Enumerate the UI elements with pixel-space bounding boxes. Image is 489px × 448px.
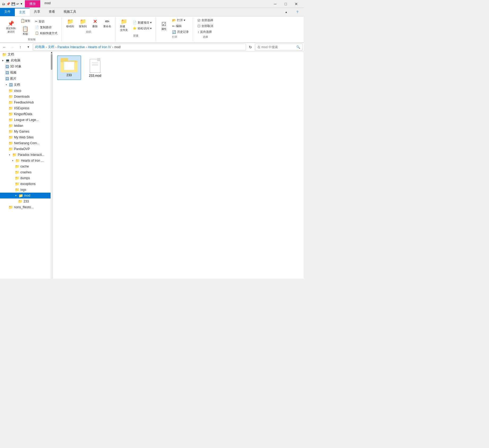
tab-view[interactable]: 查看 bbox=[44, 8, 59, 16]
up-button[interactable]: ↑ bbox=[17, 44, 24, 51]
file-item-folder-233[interactable]: 233 bbox=[57, 56, 81, 80]
scroll-up-btn[interactable]: ▲ bbox=[51, 51, 53, 53]
search-box[interactable]: 🔍 bbox=[255, 44, 303, 51]
sidebar-item-logs[interactable]: 📁 logs bbox=[0, 187, 51, 193]
forward-button[interactable]: → bbox=[9, 44, 16, 51]
move-to-button[interactable]: 📁 移动到 bbox=[64, 17, 76, 30]
sidebar-label-kingsoftdata: KingsoftData bbox=[14, 112, 32, 116]
breadcrumb-hoi4[interactable]: Hearts of Iron IV bbox=[88, 45, 111, 49]
playback-tab[interactable]: 播放 bbox=[25, 0, 40, 7]
sidebar-label-video: 视频 bbox=[10, 70, 16, 75]
sidebar-label-3d: 3D 对象 bbox=[10, 64, 21, 69]
ribbon-tabs: 文件 主页 共享 查看 视频工具 ▲ ? bbox=[0, 8, 304, 16]
paste-label: 粘贴 bbox=[23, 32, 28, 36]
easy-access-label: 轻松访问 ▾ bbox=[138, 26, 152, 30]
sidebar-item-thispc[interactable]: ▶ 💻 此电脑 bbox=[0, 57, 51, 64]
sidebar-item-cache[interactable]: 📁 cache bbox=[0, 164, 51, 169]
breadcrumb[interactable]: 此电脑 › 文档 › Paradox Interactive › Hearts … bbox=[33, 44, 246, 51]
copy-button[interactable]: 📋 复制 bbox=[19, 17, 32, 24]
cut-label: 剪切 bbox=[39, 20, 44, 24]
copy-to-button[interactable]: 📁 复制到 bbox=[77, 17, 89, 30]
recent-button[interactable]: ▼ bbox=[25, 44, 32, 51]
undo-icon[interactable]: ↩ bbox=[16, 2, 19, 6]
sidebar-item-feedbackhub[interactable]: 📁 FeedbackHub bbox=[0, 99, 51, 105]
sidebar-item-leagueofleg[interactable]: 📁 League of Lege... bbox=[0, 117, 51, 123]
sidebar-item-video[interactable]: 🖼 视频 bbox=[0, 70, 51, 76]
tab-video-tools[interactable]: 视频工具 bbox=[59, 8, 80, 16]
sidebar-item-exceptions[interactable]: 📁 exceptions bbox=[0, 181, 51, 187]
sidebar-item-nons[interactable]: 📁 nons_filesto... bbox=[0, 204, 51, 210]
sidebar-item-documents[interactable]: 📁 文档 bbox=[0, 51, 51, 57]
sidebar-item-downloads[interactable]: 📁 Downloads bbox=[0, 94, 51, 99]
sidebar-item-cisco[interactable]: 📁 cisco bbox=[0, 88, 51, 94]
sidebar-item-paradox[interactable]: ▼ 📁 Paradox Interacti... bbox=[0, 152, 51, 158]
breadcrumb-paradox[interactable]: Paradox Interactive bbox=[57, 45, 85, 49]
new-folder-button[interactable]: 📁 新建文件夹 bbox=[118, 17, 130, 33]
search-input[interactable] bbox=[257, 45, 296, 49]
folder-icon-docs: 🖼 bbox=[9, 83, 13, 87]
folder-icon-iisexpress: 📁 bbox=[8, 106, 13, 110]
sidebar-item-pictures[interactable]: 🖼 图片 bbox=[0, 76, 51, 82]
sidebar-label-cisco: cisco bbox=[14, 89, 21, 93]
save-icon[interactable]: 💾 bbox=[11, 2, 15, 6]
minimize-button[interactable]: ─ bbox=[270, 0, 280, 8]
delete-button[interactable]: ✕ 删除 bbox=[90, 17, 100, 30]
sidebar-scrollbar[interactable]: ▲ ▼ bbox=[51, 51, 53, 279]
folder-icon-cisco: 📁 bbox=[8, 89, 13, 93]
sidebar-item-mygames[interactable]: 📁 My Games bbox=[0, 129, 51, 134]
rename-button[interactable]: ✏ 重命名 bbox=[101, 17, 113, 30]
sidebar-item-heartsofiron[interactable]: ▼ 📁 Hearts of Iron ... bbox=[0, 158, 51, 164]
dropdown-icon[interactable]: ▼ bbox=[20, 2, 23, 5]
sidebar-item-dumps[interactable]: 📁 dumps bbox=[0, 175, 51, 181]
paste-button[interactable]: 📋 粘贴 bbox=[19, 25, 32, 37]
content-area: 233 233.mod bbox=[53, 51, 304, 279]
back-button[interactable]: ← bbox=[1, 44, 8, 51]
cut-button[interactable]: ✂ 剪切 bbox=[33, 19, 59, 24]
sidebar-item-leidian[interactable]: 📁 leidian bbox=[0, 123, 51, 129]
tab-file[interactable]: 文件 bbox=[0, 8, 15, 16]
history-button[interactable]: 🔄 历史记录 bbox=[170, 29, 191, 35]
mod-tab-label: mod bbox=[40, 0, 55, 7]
paste-shortcut-button[interactable]: 📋 粘贴快捷方式 bbox=[33, 30, 59, 36]
open-button[interactable]: 📂 打开 ▾ bbox=[170, 17, 191, 23]
select-all-button[interactable]: ☑ 全部选择 bbox=[196, 17, 215, 23]
sidebar-item-netsarang[interactable]: 📁 NetSarang Com... bbox=[0, 140, 51, 146]
sidebar-label-leidian: leidian bbox=[14, 124, 23, 128]
file-item-233mod[interactable]: 233.mod bbox=[83, 56, 107, 80]
pin-to-access-button[interactable]: 📌 固定到快速访问 bbox=[4, 20, 17, 35]
folder-icon-dumps: 📁 bbox=[15, 176, 19, 180]
tab-share[interactable]: 共享 bbox=[30, 8, 44, 16]
sidebar-item-pandaovp[interactable]: 📁 PandaOVP bbox=[0, 146, 51, 152]
deselect-all-button[interactable]: ☐ 全部取消 bbox=[196, 23, 215, 29]
sidebar-label-documents: 文档 bbox=[8, 52, 14, 57]
sidebar-item-crashes[interactable]: 📁 crashes bbox=[0, 169, 51, 175]
copy-label: 复制 bbox=[25, 19, 30, 23]
ribbon-collapse-button[interactable]: ▲ bbox=[281, 8, 291, 16]
sidebar-item-mywebsites[interactable]: 📁 My Web Sites bbox=[0, 134, 51, 140]
sidebar-item-233sub[interactable]: 📁 233 bbox=[0, 198, 51, 204]
tab-home[interactable]: 主页 bbox=[15, 8, 30, 16]
edit-button[interactable]: ✏ 编辑 bbox=[170, 23, 191, 29]
scroll-thumb[interactable] bbox=[51, 54, 52, 70]
properties-button[interactable]: ☑ 属性 bbox=[159, 20, 169, 32]
close-button[interactable]: ✕ bbox=[291, 0, 302, 8]
sidebar-item-mod[interactable]: ▼ 📁 mod bbox=[0, 193, 51, 198]
ribbon-group-clipboard: 📌 固定到快速访问 📋 复制 📋 粘贴 ✂ 剪切 bbox=[2, 17, 62, 41]
help-button[interactable]: ? bbox=[292, 8, 303, 16]
new-item-button[interactable]: 📄 新建项目 ▾ bbox=[131, 20, 154, 25]
organize-actions: 📁 移动到 📁 复制到 ✕ 删除 ✏ 重命名 bbox=[64, 17, 113, 30]
sidebar-item-iisexpress[interactable]: 📁 IISExpress bbox=[0, 105, 51, 111]
sidebar-item-kingsoftdata[interactable]: 📁 KingsoftData bbox=[0, 111, 51, 117]
doc-icon-233mod bbox=[89, 58, 101, 73]
breadcrumb-thispc[interactable]: 此电脑 bbox=[35, 45, 45, 49]
easy-access-button[interactable]: ⭐ 轻松访问 ▾ bbox=[131, 26, 154, 31]
breadcrumb-documents[interactable]: 文档 bbox=[48, 45, 54, 49]
sidebar-item-3d[interactable]: 🖼 3D 对象 bbox=[0, 64, 51, 70]
quick-access-icon[interactable]: 📌 bbox=[6, 2, 10, 6]
sidebar-item-docs[interactable]: ▼ 🖼 文档 bbox=[0, 82, 51, 88]
folder-icon-mywebsites: 📁 bbox=[8, 135, 13, 139]
refresh-button[interactable]: ↻ bbox=[247, 44, 254, 51]
copy-path-button[interactable]: 📄 复制路径 bbox=[33, 25, 59, 30]
invert-selection-button[interactable]: ↕ 反向选择 bbox=[196, 29, 215, 35]
maximize-button[interactable]: □ bbox=[280, 0, 291, 8]
